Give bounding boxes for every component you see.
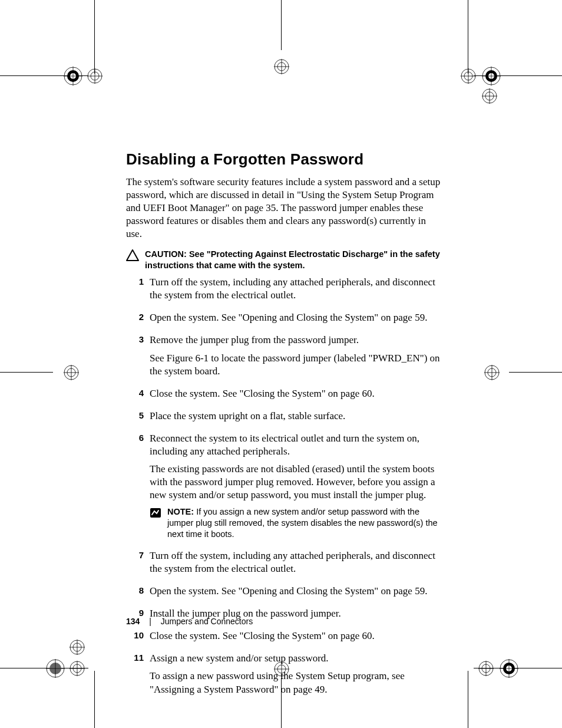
registration-mark [70, 661, 85, 676]
step-number: 5 [126, 410, 144, 420]
footer-separator: | [149, 617, 151, 626]
registration-mark [461, 68, 476, 84]
caution-label: CAUTION: [145, 249, 189, 259]
registration-mark [70, 640, 85, 655]
caution-icon [126, 249, 139, 263]
step-7: 7 Turn off the system, including any att… [126, 549, 444, 580]
step-3: 3 Remove the jumper plug from the passwo… [126, 334, 444, 382]
steps-list: 1 Turn off the system, including any att… [126, 276, 444, 701]
step-text: Open the system. See "Opening and Closin… [150, 311, 444, 324]
step-text: Assign a new system and/or setup passwor… [150, 652, 444, 665]
step-text: Reconnect the system to its electrical o… [150, 432, 444, 458]
step-number: 1 [126, 276, 144, 286]
step-6: 6 Reconnect the system to its electrical… [126, 432, 444, 545]
caution-text: CAUTION: See "Protecting Against Electro… [145, 249, 444, 271]
svg-marker-59 [127, 250, 138, 261]
step-5: 5 Place the system upright on a flat, st… [126, 410, 444, 427]
caution-callout: CAUTION: See "Protecting Against Electro… [126, 249, 444, 271]
page-footer: 134 | Jumpers and Connectors [126, 617, 444, 626]
step-number: 2 [126, 312, 144, 322]
step-text: The existing passwords are not disabled … [150, 463, 444, 502]
registration-mark [64, 365, 79, 380]
step-number: 7 [126, 550, 144, 560]
step-10: 10 Close the system. See "Closing the Sy… [126, 630, 444, 647]
note-callout: NOTE: If you assign a new system and/or … [150, 506, 444, 540]
step-text: Close the system. See "Closing the Syste… [150, 387, 444, 400]
step-text: See Figure 6-1 to locate the password ju… [150, 352, 444, 378]
registration-mark [482, 67, 501, 85]
page-heading: Disabling a Forgotten Password [126, 150, 444, 169]
registration-mark [274, 59, 289, 74]
step-4: 4 Close the system. See "Closing the Sys… [126, 387, 444, 405]
caution-body: See "Protecting Against Electrostatic Di… [145, 249, 440, 270]
registration-mark [484, 365, 500, 380]
note-body: If you assign a new system and/or setup … [167, 507, 438, 539]
step-number: 8 [126, 585, 144, 595]
step-number: 10 [126, 630, 144, 640]
step-text: Place the system upright on a flat, stab… [150, 410, 444, 423]
registration-mark [46, 659, 65, 678]
step-text: Open the system. See "Opening and Closin… [150, 585, 444, 598]
registration-mark [482, 88, 497, 104]
registration-mark [87, 68, 103, 84]
step-text: Close the system. See "Closing the Syste… [150, 630, 444, 643]
registration-mark [64, 67, 82, 85]
page-number: 134 [126, 617, 140, 626]
registration-mark [478, 661, 494, 676]
note-icon [150, 508, 161, 522]
note-text: NOTE: If you assign a new system and/or … [167, 506, 444, 540]
step-number: 6 [126, 433, 144, 443]
step-text: To assign a new password using the Syste… [150, 670, 444, 696]
step-number: 11 [126, 653, 144, 663]
step-1: 1 Turn off the system, including any att… [126, 276, 444, 307]
step-number: 4 [126, 388, 144, 398]
registration-mark [500, 659, 518, 678]
step-text: Turn off the system, including any attac… [150, 549, 444, 575]
step-2: 2 Open the system. See "Opening and Clos… [126, 311, 444, 329]
step-8: 8 Open the system. See "Opening and Clos… [126, 585, 444, 602]
step-text: Remove the jumper plug from the password… [150, 334, 444, 347]
intro-paragraph: The system's software security features … [126, 176, 444, 241]
step-11: 11 Assign a new system and/or setup pass… [126, 652, 444, 700]
note-label: NOTE: [167, 507, 196, 516]
step-text: Turn off the system, including any attac… [150, 276, 444, 302]
footer-section: Jumpers and Connectors [161, 617, 253, 626]
step-number: 3 [126, 334, 144, 344]
